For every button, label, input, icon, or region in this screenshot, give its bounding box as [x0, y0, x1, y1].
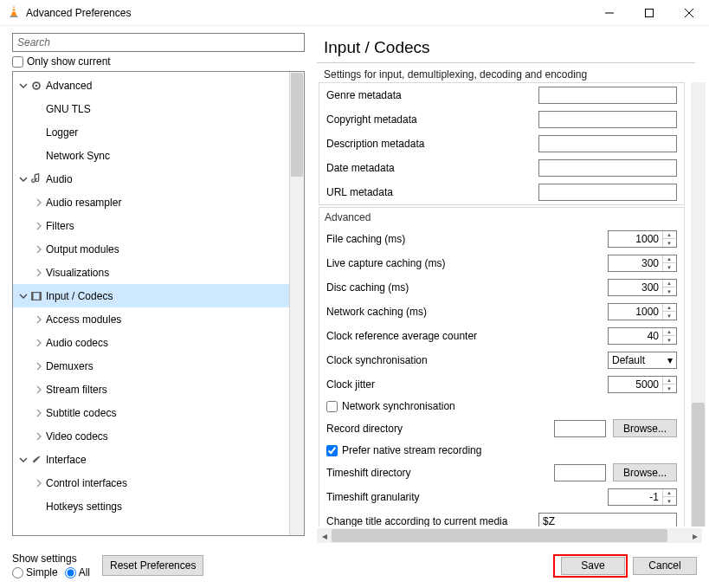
chevron-down-icon — [18, 292, 29, 300]
page-description: Settings for input, demultiplexing, deco… — [313, 63, 706, 82]
file-caching-spinner[interactable]: ▲▼ — [608, 230, 677, 248]
svg-rect-1 — [12, 11, 16, 12]
save-button[interactable]: Save — [561, 557, 625, 575]
network-caching-label: Network caching (ms) — [326, 306, 601, 318]
record-dir-input[interactable] — [554, 420, 606, 437]
tree-item-advanced[interactable]: Advanced — [13, 74, 304, 97]
date-input[interactable] — [538, 159, 677, 177]
clock-ref-spinner[interactable]: ▲▼ — [608, 327, 677, 345]
page-title: Input / Codecs — [317, 26, 695, 63]
chevron-down-icon — [18, 81, 29, 90]
chevron-right-icon — [34, 222, 44, 230]
timeshift-gran-spinner[interactable]: ▲▼ — [608, 488, 677, 506]
tree-item-visualizations[interactable]: Visualizations — [13, 261, 304, 284]
tree-item-audio-codecs[interactable]: Audio codecs — [13, 331, 304, 354]
tree-item-demuxers[interactable]: Demuxers — [13, 354, 304, 378]
svg-rect-0 — [12, 8, 16, 9]
simple-radio[interactable]: Simple — [12, 566, 58, 578]
record-dir-browse-button[interactable]: Browse... — [613, 419, 677, 437]
timeshift-dir-browse-button[interactable]: Browse... — [613, 463, 677, 481]
description-label: Description metadata — [326, 138, 532, 150]
settings-hscrollbar[interactable]: ◂ ▸ — [317, 528, 702, 543]
vlc-cone-icon — [7, 4, 21, 21]
only-show-current-checkbox[interactable]: Only show current — [12, 55, 305, 68]
chevron-right-icon — [34, 268, 44, 277]
copyright-input[interactable] — [538, 111, 677, 128]
chevron-right-icon — [34, 245, 44, 254]
tree-item-gnu-tls[interactable]: GNU TLS — [13, 97, 304, 120]
chevron-right-icon — [34, 315, 44, 324]
clock-ref-label: Clock reference average counter — [326, 330, 601, 342]
record-dir-label: Record directory — [326, 423, 547, 435]
description-input[interactable] — [538, 135, 677, 152]
change-title-input[interactable] — [538, 513, 677, 527]
url-label: URL metadata — [326, 186, 532, 198]
cancel-button[interactable]: Cancel — [633, 557, 697, 575]
maximize-button[interactable] — [629, 0, 669, 25]
network-caching-spinner[interactable]: ▲▼ — [608, 303, 677, 320]
genre-input[interactable] — [538, 87, 677, 104]
chevron-right-icon — [34, 432, 44, 441]
tree-item-filters[interactable]: Filters — [13, 214, 304, 237]
disc-caching-label: Disc caching (ms) — [326, 281, 601, 294]
svg-point-4 — [35, 84, 38, 87]
tree-item-audio[interactable]: Audio — [13, 167, 304, 191]
timeshift-dir-input[interactable] — [554, 464, 606, 481]
file-caching-label: File caching (ms) — [326, 233, 601, 245]
clock-sync-label: Clock synchronisation — [326, 354, 601, 366]
tree-item-network-sync[interactable]: Network Sync — [13, 144, 304, 167]
chevron-right-icon — [34, 479, 44, 488]
svg-rect-7 — [40, 292, 42, 300]
chevron-right-icon — [34, 362, 44, 371]
chevron-left-icon: ◂ — [317, 528, 332, 543]
copyright-label: Copyright metadata — [326, 113, 532, 126]
category-tree[interactable]: Advanced GNU TLS Logger Network Sync Aud… — [12, 71, 305, 536]
tree-item-access-modules[interactable]: Access modules — [13, 307, 304, 331]
prefer-native-checkbox[interactable]: Prefer native stream recording — [326, 444, 481, 456]
tree-item-video-codecs[interactable]: Video codecs — [13, 424, 304, 448]
tree-item-input-codecs[interactable]: Input / Codecs — [13, 284, 304, 307]
chevron-right-icon — [34, 409, 44, 417]
film-icon — [29, 290, 44, 302]
svg-rect-6 — [32, 292, 34, 300]
clock-sync-combo[interactable]: Default▾ — [608, 352, 677, 369]
tree-item-interface[interactable]: Interface — [13, 448, 304, 471]
titlebar: Advanced Preferences — [0, 0, 709, 26]
save-highlight-box: Save — [553, 554, 628, 578]
music-note-icon — [29, 173, 44, 185]
live-caching-spinner[interactable]: ▲▼ — [608, 255, 677, 272]
window-title: Advanced Preferences — [26, 7, 590, 19]
disc-caching-spinner[interactable]: ▲▼ — [608, 279, 677, 296]
search-input[interactable] — [12, 33, 305, 52]
timeshift-gran-label: Timeshift granularity — [326, 491, 601, 503]
tree-item-output-modules[interactable]: Output modules — [13, 237, 304, 261]
tree-item-stream-filters[interactable]: Stream filters — [13, 378, 304, 401]
genre-label: Genre metadata — [326, 89, 532, 101]
change-title-label: Change title according to current media — [326, 515, 532, 527]
chevron-down-icon — [18, 175, 29, 184]
network-sync-checkbox[interactable]: Network synchronisation — [326, 400, 455, 412]
timeshift-dir-label: Timeshift directory — [326, 467, 547, 479]
clock-jitter-label: Clock jitter — [326, 378, 601, 391]
tree-item-logger[interactable]: Logger — [13, 120, 304, 144]
minimize-button[interactable] — [590, 0, 629, 25]
reset-preferences-button[interactable]: Reset Preferences — [102, 555, 203, 576]
chevron-right-icon — [34, 385, 44, 394]
close-button[interactable] — [669, 0, 709, 25]
tree-item-hotkeys-settings[interactable]: Hotkeys settings — [13, 494, 304, 518]
brush-icon — [29, 454, 44, 466]
chevron-right-icon — [34, 339, 44, 347]
url-input[interactable] — [538, 184, 677, 201]
show-settings-label: Show settings — [12, 552, 90, 565]
tree-item-subtitle-codecs[interactable]: Subtitle codecs — [13, 401, 304, 424]
settings-scrollbar[interactable] — [691, 82, 706, 527]
tree-item-control-interfaces[interactable]: Control interfaces — [13, 471, 304, 494]
tree-scrollbar[interactable] — [289, 72, 304, 535]
tree-item-audio-resampler[interactable]: Audio resampler — [13, 191, 304, 214]
all-radio[interactable]: All — [65, 566, 90, 578]
clock-jitter-spinner[interactable]: ▲▼ — [608, 376, 677, 393]
chevron-right-icon: ▸ — [687, 528, 702, 543]
advanced-group-header: Advanced — [319, 207, 685, 227]
gear-icon — [29, 80, 44, 92]
chevron-down-icon — [18, 456, 29, 464]
